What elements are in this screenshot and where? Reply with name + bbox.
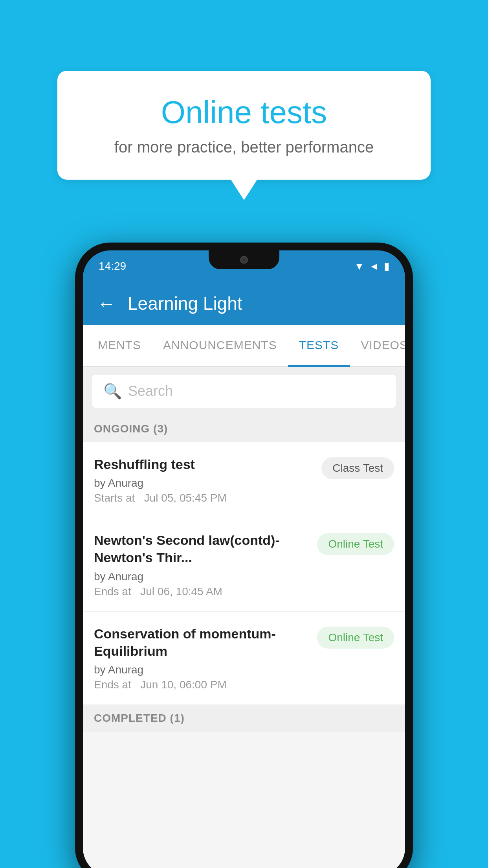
app-bar-title: Learning Light (128, 293, 242, 314)
test-time-label: Ends at (94, 585, 131, 598)
tab-tests[interactable]: TESTS (288, 325, 350, 367)
test-time-value: Jul 06, 10:45 AM (140, 585, 222, 598)
wifi-icon: ▼ (354, 260, 365, 272)
ongoing-section-header: ONGOING (3) (83, 416, 405, 442)
test-time-label: Starts at (94, 492, 135, 504)
test-time: Ends at Jul 06, 10:45 AM (94, 585, 309, 598)
phone-screen: MENTS ANNOUNCEMENTS TESTS VIDEOS 🔍 Searc… (83, 325, 405, 868)
search-container: 🔍 Search (83, 367, 405, 416)
test-time-value: Jul 05, 05:45 PM (144, 492, 227, 504)
status-time: 14:29 (99, 260, 126, 272)
app-bar: ← Learning Light (83, 282, 405, 325)
test-author: by Anurag (94, 664, 309, 676)
test-badge-online-2: Online Test (317, 627, 394, 649)
test-author: by Anurag (94, 570, 309, 583)
notch (209, 250, 279, 269)
test-title: Reshuffling test (94, 456, 314, 473)
status-bar: 14:29 ▼ ◄ ▮ (83, 250, 405, 282)
phone-wrapper: 14:29 ▼ ◄ ▮ ← Learning Light MENTS ANNOU… (75, 243, 413, 868)
test-item[interactable]: Conservation of momentum-Equilibrium by … (83, 612, 405, 705)
test-item[interactable]: Newton's Second law(contd)-Newton's Thir… (83, 518, 405, 611)
tabs-bar: MENTS ANNOUNCEMENTS TESTS VIDEOS (83, 325, 405, 367)
test-time-value: Jun 10, 06:00 PM (140, 679, 226, 691)
test-time: Ends at Jun 10, 06:00 PM (94, 679, 309, 691)
test-badge-online: Online Test (317, 533, 394, 555)
test-info: Reshuffling test by Anurag Starts at Jul… (94, 456, 321, 504)
test-time: Starts at Jul 05, 05:45 PM (94, 492, 314, 504)
status-icons: ▼ ◄ ▮ (354, 260, 389, 272)
test-badge-class: Class Test (321, 457, 394, 479)
completed-section-header: COMPLETED (1) (83, 705, 405, 732)
back-button[interactable]: ← (97, 293, 116, 314)
test-title: Newton's Second law(contd)-Newton's Thir… (94, 531, 309, 566)
speech-bubble-subtitle: for more practice, better performance (89, 138, 399, 156)
search-input[interactable]: Search (128, 383, 173, 399)
search-box[interactable]: 🔍 Search (92, 375, 396, 408)
tab-announcements[interactable]: ANNOUNCEMENTS (152, 325, 288, 367)
tab-ments[interactable]: MENTS (87, 325, 152, 367)
signal-icon: ◄ (369, 260, 379, 272)
speech-bubble: Online tests for more practice, better p… (57, 71, 431, 180)
test-title: Conservation of momentum-Equilibrium (94, 625, 309, 660)
speech-bubble-title: Online tests (89, 94, 399, 131)
camera (240, 256, 248, 264)
test-info: Conservation of momentum-Equilibrium by … (94, 625, 317, 691)
test-time-label: Ends at (94, 679, 131, 691)
tab-videos[interactable]: VIDEOS (350, 325, 405, 367)
battery-icon: ▮ (384, 260, 389, 272)
test-item[interactable]: Reshuffling test by Anurag Starts at Jul… (83, 442, 405, 518)
search-icon: 🔍 (103, 383, 122, 400)
test-author: by Anurag (94, 477, 314, 489)
phone-shell: 14:29 ▼ ◄ ▮ ← Learning Light MENTS ANNOU… (75, 243, 413, 868)
test-info: Newton's Second law(contd)-Newton's Thir… (94, 531, 317, 598)
